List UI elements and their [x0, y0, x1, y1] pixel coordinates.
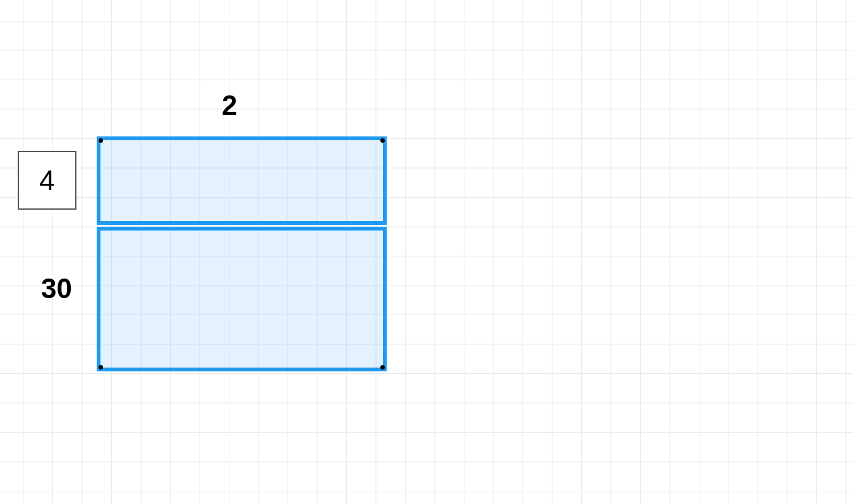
bottom-side-label: 30: [41, 273, 72, 304]
shape-container[interactable]: [97, 136, 387, 371]
corner-dot: [380, 138, 385, 143]
corner-dot: [99, 138, 103, 143]
corner-dot: [380, 365, 385, 369]
side-input-box[interactable]: 4: [18, 151, 76, 210]
rectangle-top[interactable]: [97, 136, 387, 225]
top-width-label: 2: [222, 90, 237, 121]
rectangle-bottom[interactable]: [97, 227, 387, 371]
side-input-value: 4: [39, 165, 54, 196]
top-grid-band: [3, 0, 850, 21]
corner-dot: [99, 365, 103, 369]
